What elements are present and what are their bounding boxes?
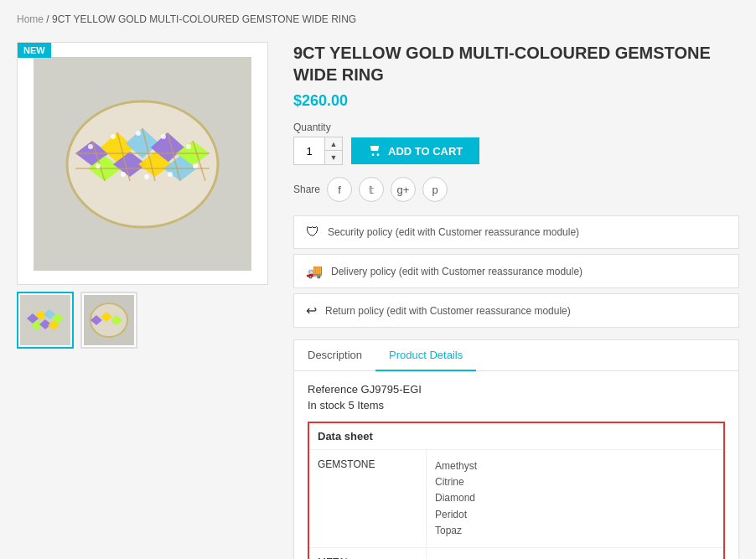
stock-items: 5 Items [348,399,384,411]
svg-point-25 [144,174,149,179]
stock-label: In stock [308,399,345,411]
pinterest-icon[interactable]: p [422,177,448,202]
truck-icon: 🚚 [306,263,323,279]
add-to-cart-label: ADD TO CART [388,145,463,158]
product-images: NEW [17,42,268,349]
return-policy: ↩ Return policy (edit with Customer reas… [293,293,739,328]
thumb-2-svg [84,295,134,345]
facebook-icon[interactable]: f [327,177,352,202]
svg-point-19 [111,134,116,139]
thumbnail-2[interactable] [80,292,137,349]
google-plus-icon[interactable]: g+ [391,177,416,202]
cart-icon [368,145,381,157]
svg-point-26 [168,172,173,177]
breadcrumb-current: 9CT YELLOW GOLD MULTI-COLOURED GEMSTONE … [52,13,356,25]
quantity-input[interactable] [294,137,324,164]
twitter-icon[interactable]: 𝕥 [359,177,384,202]
security-policy: 🛡 Security policy (edit with Customer re… [293,215,739,249]
security-policy-text: Security policy (edit with Customer reas… [328,226,579,238]
delivery-policy-text: Delivery policy (edit with Customer reas… [331,266,583,277]
breadcrumb: Home / 9CT YELLOW GOLD MULTI-COLOURED GE… [17,8,739,30]
quantity-input-group: ▲ ▼ [293,137,343,165]
gemstone-amethyst: Amethyst [435,458,477,474]
svg-point-20 [136,131,141,136]
svg-point-23 [96,163,101,168]
share-row: Share f 𝕥 g+ p [293,177,739,202]
product-price: $260.00 [293,92,739,110]
shield-icon: 🛡 [306,225,319,240]
share-label: Share [293,184,320,195]
tab-description[interactable]: Description [294,340,375,371]
svg-point-41 [372,153,375,156]
svg-point-21 [161,134,166,139]
data-sheet-title: Data sheet [309,423,723,450]
return-policy-text: Return policy (edit with Customer reassu… [325,305,571,317]
data-sheet-row-metal: METAL 9ct Yellow Gold [309,548,723,559]
product-info: 9CT YELLOW GOLD MULTI-COLOURED GEMSTONE … [293,42,739,559]
product-reference: Reference GJ9795-EGI [308,383,725,396]
gemstone-diamond: Diamond [435,490,477,506]
breadcrumb-home[interactable]: Home [17,13,44,25]
reference-value: GJ9795-EGI [361,383,422,396]
quantity-down[interactable]: ▼ [325,151,342,164]
svg-point-42 [377,153,380,156]
product-image-svg [34,57,251,271]
main-image: NEW [17,42,268,285]
tab-content: Reference GJ9795-EGI In stock 5 Items Da… [294,371,738,559]
gemstone-citrine: Citrine [435,474,477,490]
quantity-up[interactable]: ▲ [325,137,342,151]
add-to-cart-button[interactable]: ADD TO CART [351,137,479,164]
tab-product-details[interactable]: Product Details [375,340,476,371]
page-wrapper: Home / 9CT YELLOW GOLD MULTI-COLOURED GE… [0,0,756,559]
data-sheet: Data sheet GEMSTONE Amethyst Citrine Dia… [308,422,725,559]
thumb-1-svg [20,295,70,345]
gemstone-peridot: Peridot [435,507,477,523]
new-badge: NEW [18,43,51,58]
ds-value-gemstone: Amethyst Citrine Diamond Peridot Topaz [427,450,485,547]
thumbnail-row [17,292,268,349]
return-icon: ↩ [306,303,317,318]
ds-value-metal: 9ct Yellow Gold [427,548,512,559]
quantity-section: Quantity ▲ ▼ [293,122,739,177]
quantity-label: Quantity [293,122,739,133]
product-layout: NEW [17,42,739,559]
svg-point-18 [88,144,93,149]
svg-point-27 [193,163,198,168]
product-title: 9CT YELLOW GOLD MULTI-COLOURED GEMSTONE … [293,42,739,85]
ds-key-gemstone: GEMSTONE [309,450,427,547]
tabs-header: Description Product Details [294,340,738,371]
reference-label: Reference [308,383,358,396]
thumbnail-1[interactable] [17,292,74,349]
product-stock: In stock 5 Items [308,399,725,411]
delivery-policy: 🚚 Delivery policy (edit with Customer re… [293,254,739,288]
product-tabs: Description Product Details Reference GJ… [293,339,739,559]
quantity-arrows: ▲ ▼ [324,137,342,164]
data-sheet-row-gemstone: GEMSTONE Amethyst Citrine Diamond Perido… [309,450,723,548]
svg-point-24 [121,172,126,177]
svg-point-22 [186,144,191,149]
ds-key-metal: METAL [309,548,427,559]
gemstone-topaz: Topaz [435,523,477,539]
quantity-row: ▲ ▼ ADD TO CART [293,137,739,165]
